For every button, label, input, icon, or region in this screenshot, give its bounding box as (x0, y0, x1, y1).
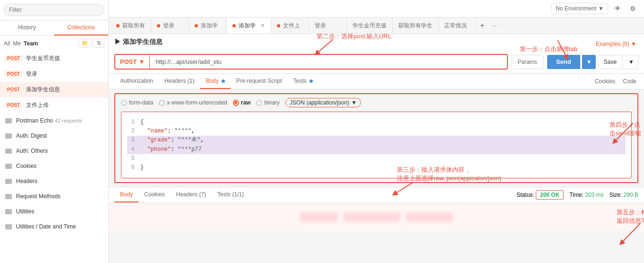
tab-item-4[interactable]: 文件上 (271, 18, 309, 34)
sidebar-group-headers[interactable]: Headers (0, 174, 108, 189)
tab-collections[interactable]: Collections (54, 20, 109, 35)
tab-close-icon[interactable]: ✕ (260, 22, 265, 29)
sidebar-group-cookies[interactable]: Cookies (0, 158, 108, 174)
tab-item-2[interactable]: 添加学 (189, 18, 227, 34)
tabs-bar: 获取所有 登录 添加学 添加学 ✕ 文件上 登录 学生金币充值 获取所有学生 (109, 18, 644, 34)
list-item[interactable]: POST 登录 (0, 66, 108, 82)
subtab-authorization[interactable]: Authorization (114, 74, 159, 89)
tab-dot (277, 24, 280, 27)
raw-radio[interactable] (233, 100, 239, 106)
status-text: Status: (516, 192, 534, 198)
tab-item-1[interactable]: 登录 (151, 18, 189, 34)
send-button[interactable]: Send (547, 55, 580, 69)
json-format-select[interactable]: JSON (application/json) ▼ (285, 98, 361, 107)
eye-icon[interactable]: 👁 (612, 3, 623, 14)
method-select[interactable]: POST ▼ (115, 55, 150, 68)
tab-dot (232, 24, 236, 27)
tab-item-7[interactable]: 获取所有学生 (393, 18, 438, 34)
sub-tabs-left: Authorization Headers (1) Body Pre-reque… (114, 74, 318, 89)
sidebar-group-utilities[interactable]: Utilities (0, 204, 108, 219)
sidebar-actions: 📁 ⇅ (78, 39, 104, 48)
urlencoded-option[interactable]: x-www-form-urlencoded (159, 99, 227, 106)
binary-radio[interactable] (256, 100, 262, 106)
size-text: Size: (610, 192, 622, 198)
sidebar-filter-section (0, 0, 108, 20)
sidebar-list: POST 学生金币充值 POST 登录 POST 添加学生信息 POST 文件上… (0, 51, 108, 263)
group-name: Cookies (16, 163, 36, 169)
settings-icon[interactable]: ⚙ (627, 3, 638, 14)
cookies-link[interactable]: Cookies (593, 74, 617, 88)
url-input[interactable] (150, 55, 507, 69)
list-item-active[interactable]: POST 添加学生信息 (0, 82, 108, 97)
group-name: Utilities / Date and Time (16, 223, 76, 230)
group-name: Headers (16, 178, 37, 184)
save-button[interactable]: Save (598, 55, 623, 69)
response-tab-body[interactable]: Body (114, 187, 138, 202)
sort-button[interactable]: ⇅ (94, 39, 104, 48)
tab-add-button[interactable]: + (476, 18, 488, 34)
sidebar-group-auth-digest[interactable]: Auth: Digest (0, 128, 108, 143)
filter-tags: All Me Team (4, 40, 38, 47)
sidebar-tabs: History Collections (0, 20, 108, 36)
tab-item-6[interactable]: 学生金币充值 (347, 18, 393, 34)
tab-item-5[interactable]: 登录 (309, 18, 347, 34)
response-tab-tests[interactable]: Tests (1/1) (212, 187, 249, 202)
response-tab-headers[interactable]: Headers (7) (171, 187, 212, 202)
tab-item-3[interactable]: 添加学 ✕ (227, 18, 271, 34)
line-number: 2 (127, 127, 135, 136)
sidebar-group-postman-echo[interactable]: Postman Echo 42 requests (0, 113, 108, 128)
tab-more-button[interactable]: ··· (488, 18, 500, 33)
code-editor[interactable]: 1 { 2 "name": "***", 3 "grade": "***本", … (121, 112, 632, 178)
params-button[interactable]: Params (512, 55, 543, 69)
status-value: 200 OK (536, 190, 564, 200)
subtab-tests[interactable]: Tests (288, 74, 318, 89)
raw-option[interactable]: raw (233, 99, 251, 106)
tab-label: 添加学 (201, 22, 218, 30)
list-item[interactable]: POST 学生金币充值 (0, 51, 108, 66)
send-dropdown-button[interactable]: ▼ (582, 55, 596, 69)
code-content: "grade": "***本", (140, 136, 626, 145)
top-bar: No Environment ▼ 👁 ⚙ (109, 0, 644, 18)
tab-label: 正常情况 (444, 22, 467, 30)
urlencoded-label: x-www-form-urlencoded (167, 99, 227, 106)
sidebar-group-request-methods[interactable]: Request Methods (0, 189, 108, 204)
subtab-headers[interactable]: Headers (1) (159, 74, 200, 89)
form-data-radio[interactable] (121, 100, 127, 106)
subtab-body[interactable]: Body (200, 74, 231, 89)
list-item[interactable]: POST 文件上传 (0, 97, 108, 113)
env-label: No Environment (556, 5, 596, 12)
code-content (140, 154, 626, 163)
request-title: ▶ 添加学生信息 (114, 38, 163, 46)
sidebar-group-auth-others[interactable]: Auth: Others (0, 143, 108, 158)
urlencoded-radio[interactable] (159, 100, 165, 106)
tab-dot (157, 24, 160, 27)
save-dropdown-button[interactable]: ▼ (625, 55, 638, 69)
new-folder-button[interactable]: 📁 (78, 39, 92, 48)
folder-icon (5, 223, 12, 230)
code-link[interactable]: Code (621, 74, 638, 88)
tab-history[interactable]: History (0, 20, 54, 35)
examples-link[interactable]: Examples (0) ▼ (596, 41, 636, 47)
sidebar-group-utilities-date[interactable]: Utilities / Date and Time (0, 219, 108, 234)
response-tabs: Body Cookies Headers (7) Tests (1/1) Sta… (109, 187, 644, 203)
tab-item-8[interactable]: 正常情况 (438, 18, 476, 34)
group-name: Utilities (16, 208, 34, 215)
filter-me[interactable]: Me (13, 40, 21, 47)
filter-team[interactable]: Team (24, 40, 38, 47)
tab-label: 登录 (163, 22, 174, 30)
filter-input[interactable] (4, 4, 104, 16)
subtab-pre-request[interactable]: Pre-request Script (231, 74, 288, 89)
tab-item-0[interactable]: 获取所有 (111, 18, 151, 34)
response-tab-cookies[interactable]: Cookies (138, 187, 170, 202)
folder-icon (5, 132, 12, 140)
code-line-2: 2 "name": "***", (127, 127, 626, 136)
environment-select[interactable]: No Environment ▼ (551, 3, 608, 14)
body-dot (222, 79, 225, 83)
binary-option[interactable]: binary (256, 99, 280, 106)
tab-label: 文件上 (283, 22, 300, 30)
form-data-option[interactable]: form-data (121, 99, 153, 106)
response-area: Body Cookies Headers (7) Tests (1/1) Sta… (109, 187, 644, 231)
main-content: No Environment ▼ 👁 ⚙ 获取所有 登录 添加学 添加学 ✕ 文 (109, 0, 644, 263)
line-number: 5 (127, 154, 135, 163)
filter-all[interactable]: All (4, 40, 10, 47)
